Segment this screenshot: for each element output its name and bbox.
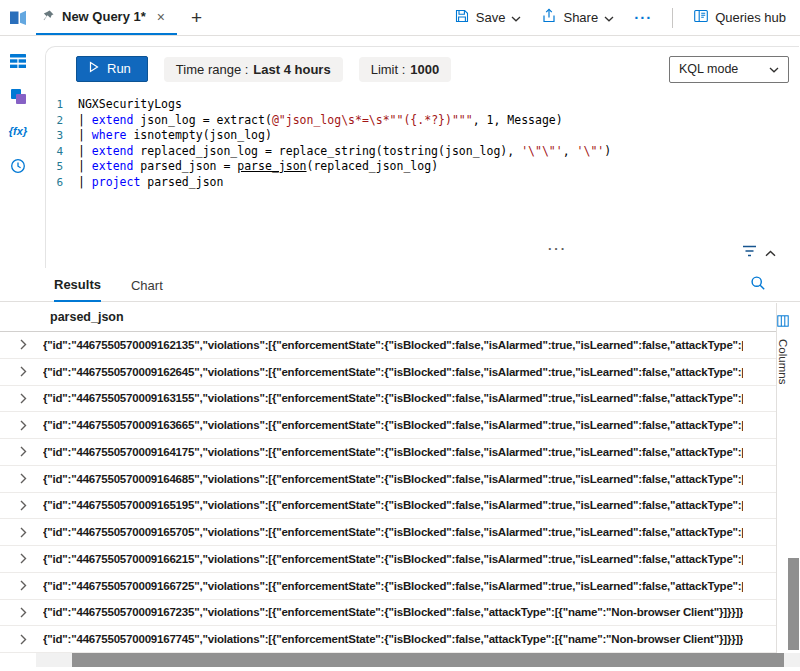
table-row[interactable]: {"id":"4467550570009165705","violations"…: [0, 519, 776, 546]
save-button[interactable]: Save: [454, 8, 522, 27]
line-number: 6: [46, 175, 78, 191]
expand-row-chevron-icon[interactable]: [20, 580, 27, 591]
query-panel: Run Time range : Last 4 hours Limit : 10…: [45, 46, 799, 268]
query-history-icon[interactable]: [6, 156, 30, 176]
more-options-button[interactable]: ···: [634, 9, 652, 26]
search-icon[interactable]: [750, 275, 766, 291]
table-row[interactable]: {"id":"4467550570009163665","violations"…: [0, 412, 776, 439]
row-json-value: {"id":"4467550570009162645","violations"…: [43, 366, 743, 378]
table-row[interactable]: {"id":"4467550570009166215","violations"…: [0, 546, 776, 573]
line-number: 3: [46, 128, 78, 144]
save-icon: [454, 8, 470, 27]
vertical-scrollbar[interactable]: [788, 558, 799, 650]
columns-pane-label: Columns: [777, 339, 789, 384]
expand-row-chevron-icon[interactable]: [20, 473, 27, 484]
share-label: Share: [563, 10, 598, 25]
kql-mode-value: KQL mode: [679, 62, 738, 76]
code-lines[interactable]: 1 NGXSecurityLogs 2 | extend json_log = …: [46, 97, 799, 190]
close-tab-icon[interactable]: ×: [157, 10, 165, 24]
code-line[interactable]: 4 | extend replaced_json_log = replace_s…: [46, 144, 799, 160]
queries-pane-icon[interactable]: [6, 86, 30, 106]
limit-value: 1000: [410, 62, 439, 77]
code-line[interactable]: 3 | where isnotempty(json_log): [46, 128, 799, 144]
filter-rows-icon[interactable]: [742, 243, 757, 261]
line-number: 1: [46, 97, 78, 113]
query-tab[interactable]: New Query 1* ×: [36, 0, 177, 35]
row-json-value: {"id":"4467550570009162135","violations"…: [43, 339, 743, 351]
table-row[interactable]: {"id":"4467550570009164175","violations"…: [0, 439, 776, 466]
results-pane-controls: [742, 243, 776, 261]
tab-chart[interactable]: Chart: [131, 278, 163, 301]
table-row[interactable]: {"id":"4467550570009162645","violations"…: [0, 359, 776, 386]
expand-row-chevron-icon[interactable]: [20, 634, 27, 645]
queries-hub-button[interactable]: Queries hub: [693, 8, 786, 27]
results-panel: Results Chart parsed_json {"id":"4467550…: [0, 268, 800, 671]
table-row[interactable]: {"id":"4467550570009167745","violations"…: [0, 626, 776, 653]
table-row[interactable]: {"id":"4467550570009163155","violations"…: [0, 386, 776, 413]
row-json-value: {"id":"4467550570009164175","violations"…: [43, 446, 743, 458]
time-range-value: Last 4 hours: [253, 62, 330, 77]
results-tabs: Results Chart: [0, 268, 800, 302]
chevron-down-icon: [769, 62, 779, 76]
code-line[interactable]: 5 | extend parsed_json = parse_json(repl…: [46, 159, 799, 175]
topbar-actions: Save Share ··· Queries hub: [454, 8, 800, 28]
table-row[interactable]: {"id":"4467550570009164685","violations"…: [0, 466, 776, 493]
left-tool-rail: {fx}: [0, 37, 36, 268]
tab-title: New Query 1*: [62, 9, 146, 24]
row-json-value: {"id":"4467550570009167745","violations"…: [43, 633, 743, 645]
divider: [672, 8, 673, 28]
share-button[interactable]: Share: [541, 8, 614, 27]
table-row[interactable]: {"id":"4467550570009165195","violations"…: [0, 493, 776, 520]
row-json-value: {"id":"4467550570009163155","violations"…: [43, 392, 743, 404]
expand-row-chevron-icon[interactable]: [20, 527, 27, 538]
scrollbar-corner: [786, 653, 800, 667]
columns-icon: [777, 313, 789, 331]
queries-hub-icon: [693, 8, 709, 27]
expand-row-chevron-icon[interactable]: [20, 607, 27, 618]
row-json-value: {"id":"4467550570009163665","violations"…: [43, 419, 743, 431]
tab-results[interactable]: Results: [54, 277, 101, 302]
functions-pane-icon[interactable]: {fx}: [6, 121, 30, 141]
time-range-picker[interactable]: Time range : Last 4 hours: [164, 57, 343, 82]
code-text: | extend json_log = extract(@"json_log\s…: [78, 113, 563, 129]
query-toolbar: Run Time range : Last 4 hours Limit : 10…: [46, 47, 799, 91]
expand-row-chevron-icon[interactable]: [20, 446, 27, 457]
expand-row-chevron-icon[interactable]: [20, 366, 27, 377]
expand-row-chevron-icon[interactable]: [20, 553, 27, 564]
splitter-grip[interactable]: ···: [548, 241, 567, 256]
top-bar: New Query 1* × + Save Share: [0, 0, 800, 36]
expand-row-chevron-icon[interactable]: [20, 393, 27, 404]
limit-picker[interactable]: Limit : 1000: [359, 57, 452, 82]
chevron-down-icon: [604, 10, 614, 25]
limit-label: Limit :: [371, 62, 406, 77]
code-line[interactable]: 6 | project parsed_json: [46, 175, 799, 191]
expand-row-chevron-icon[interactable]: [20, 420, 27, 431]
row-json-value: {"id":"4467550570009165705","violations"…: [43, 526, 743, 538]
new-tab-button[interactable]: +: [177, 7, 216, 29]
line-number: 5: [46, 159, 78, 175]
horizontal-scrollbar-thumb[interactable]: [72, 653, 784, 667]
code-line[interactable]: 2 | extend json_log = extract(@"json_log…: [46, 113, 799, 129]
run-button[interactable]: Run: [76, 56, 148, 82]
kql-mode-select[interactable]: KQL mode: [669, 56, 789, 83]
table-row[interactable]: {"id":"4467550570009167235","violations"…: [0, 600, 776, 627]
row-json-value: {"id":"4467550570009164685","violations"…: [43, 473, 743, 485]
expand-row-chevron-icon[interactable]: [20, 500, 27, 511]
column-header[interactable]: parsed_json: [0, 302, 776, 332]
code-text: | extend replaced_json_log = replace_str…: [78, 144, 611, 160]
row-json-value: {"id":"4467550570009167235","violations"…: [43, 606, 743, 618]
pin-icon: [42, 8, 55, 26]
table-row[interactable]: {"id":"4467550570009162135","violations"…: [0, 332, 776, 359]
line-number: 4: [46, 144, 78, 160]
table-row[interactable]: {"id":"4467550570009166725","violations"…: [0, 573, 776, 600]
chevron-down-icon: [511, 10, 521, 25]
code-line[interactable]: 1 NGXSecurityLogs: [46, 97, 799, 113]
collapse-results-icon[interactable]: [765, 243, 776, 261]
app-logo-icon: [8, 8, 28, 28]
code-text: | extend parsed_json = parse_json(replac…: [78, 159, 438, 175]
tables-pane-icon[interactable]: [6, 51, 30, 71]
horizontal-scrollbar[interactable]: [36, 653, 786, 667]
expand-row-chevron-icon[interactable]: [20, 339, 27, 350]
code-text: | where isnotempty(json_log): [78, 128, 272, 144]
app-window: New Query 1* × + Save Share: [0, 0, 800, 671]
